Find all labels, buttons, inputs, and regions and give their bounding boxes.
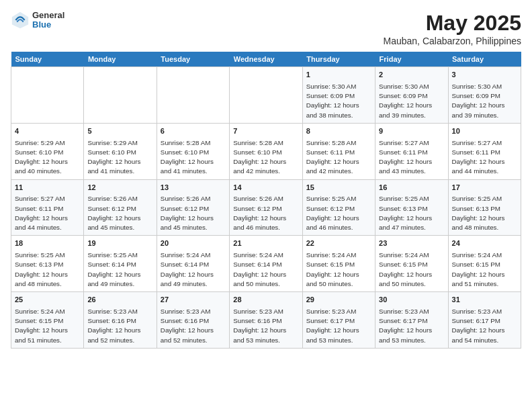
calendar-day: 11Sunrise: 5:27 AM Sunset: 6:11 PM Dayli…: [11, 179, 84, 236]
calendar-table: SundayMondayTuesdayWednesdayThursdayFrid…: [11, 52, 521, 349]
day-number: 3: [452, 70, 517, 81]
calendar-day: 22Sunrise: 5:24 AM Sunset: 6:15 PM Dayli…: [302, 236, 375, 292]
day-info: Sunrise: 5:26 AM Sunset: 6:12 PM Dayligh…: [87, 194, 152, 232]
day-info: Sunrise: 5:27 AM Sunset: 6:11 PM Dayligh…: [379, 138, 444, 177]
day-number: 26: [87, 295, 152, 306]
calendar-week-1: 1Sunrise: 5:30 AM Sunset: 6:09 PM Daylig…: [11, 67, 521, 124]
calendar-day: 3Sunrise: 5:30 AM Sunset: 6:09 PM Daylig…: [448, 67, 521, 124]
logo: General Blue: [11, 11, 64, 30]
day-info: Sunrise: 5:24 AM Sunset: 6:15 PM Dayligh…: [452, 250, 517, 289]
calendar-day: 4Sunrise: 5:29 AM Sunset: 6:10 PM Daylig…: [11, 123, 84, 179]
day-info: Sunrise: 5:28 AM Sunset: 6:10 PM Dayligh…: [161, 138, 226, 177]
weekday-header-tuesday: Tuesday: [157, 52, 229, 67]
day-number: 21: [233, 238, 298, 249]
day-info: Sunrise: 5:24 AM Sunset: 6:14 PM Dayligh…: [233, 250, 298, 289]
calendar-day: 21Sunrise: 5:24 AM Sunset: 6:14 PM Dayli…: [230, 236, 302, 292]
day-number: 27: [161, 295, 226, 306]
day-info: Sunrise: 5:23 AM Sunset: 6:16 PM Dayligh…: [161, 307, 226, 345]
day-number: 30: [379, 295, 444, 306]
day-info: Sunrise: 5:27 AM Sunset: 6:11 PM Dayligh…: [452, 138, 517, 177]
page-header: General Blue May 2025 Mauban, Calabarzon…: [11, 11, 521, 46]
calendar-day: 14Sunrise: 5:26 AM Sunset: 6:12 PM Dayli…: [230, 179, 302, 236]
day-info: Sunrise: 5:28 AM Sunset: 6:11 PM Dayligh…: [306, 138, 371, 177]
logo-line2: Blue: [32, 20, 64, 30]
day-number: 23: [379, 238, 444, 249]
day-info: Sunrise: 5:30 AM Sunset: 6:09 PM Dayligh…: [306, 82, 371, 120]
calendar-day: 19Sunrise: 5:25 AM Sunset: 6:14 PM Dayli…: [84, 236, 157, 292]
weekday-header-sunday: Sunday: [11, 52, 84, 67]
calendar-day: 8Sunrise: 5:28 AM Sunset: 6:11 PM Daylig…: [302, 123, 375, 179]
day-number: 18: [15, 238, 80, 249]
calendar-day: 6Sunrise: 5:28 AM Sunset: 6:10 PM Daylig…: [157, 123, 229, 179]
day-number: 20: [161, 238, 226, 249]
weekday-header-friday: Friday: [375, 52, 448, 67]
day-number: 25: [15, 295, 80, 306]
page-title: May 2025: [384, 11, 521, 36]
day-number: 13: [161, 183, 226, 193]
calendar-day: 5Sunrise: 5:29 AM Sunset: 6:10 PM Daylig…: [84, 123, 157, 179]
logo-text: General Blue: [32, 11, 64, 30]
calendar-day: 23Sunrise: 5:24 AM Sunset: 6:15 PM Dayli…: [375, 236, 448, 292]
day-info: Sunrise: 5:23 AM Sunset: 6:16 PM Dayligh…: [87, 307, 152, 345]
calendar-day: 28Sunrise: 5:23 AM Sunset: 6:16 PM Dayli…: [230, 292, 302, 349]
calendar-day: 29Sunrise: 5:23 AM Sunset: 6:17 PM Dayli…: [302, 292, 375, 349]
day-info: Sunrise: 5:25 AM Sunset: 6:13 PM Dayligh…: [452, 194, 517, 232]
day-info: Sunrise: 5:25 AM Sunset: 6:14 PM Dayligh…: [87, 250, 152, 289]
day-number: 4: [15, 126, 80, 137]
calendar-day: [84, 67, 157, 124]
day-info: Sunrise: 5:23 AM Sunset: 6:17 PM Dayligh…: [379, 307, 444, 345]
calendar-day: 30Sunrise: 5:23 AM Sunset: 6:17 PM Dayli…: [375, 292, 448, 349]
day-number: 28: [233, 295, 298, 306]
calendar-week-3: 11Sunrise: 5:27 AM Sunset: 6:11 PM Dayli…: [11, 179, 521, 236]
day-info: Sunrise: 5:25 AM Sunset: 6:13 PM Dayligh…: [379, 194, 444, 232]
calendar-day: [157, 67, 229, 124]
logo-icon: [11, 11, 30, 30]
day-info: Sunrise: 5:29 AM Sunset: 6:10 PM Dayligh…: [87, 138, 152, 177]
day-info: Sunrise: 5:26 AM Sunset: 6:12 PM Dayligh…: [233, 194, 298, 232]
weekday-header-row: SundayMondayTuesdayWednesdayThursdayFrid…: [11, 52, 521, 67]
calendar-day: 12Sunrise: 5:26 AM Sunset: 6:12 PM Dayli…: [84, 179, 157, 236]
calendar-day: [11, 67, 84, 124]
calendar-day: 27Sunrise: 5:23 AM Sunset: 6:16 PM Dayli…: [157, 292, 229, 349]
day-number: 7: [233, 126, 298, 137]
weekday-header-wednesday: Wednesday: [230, 52, 302, 67]
day-info: Sunrise: 5:25 AM Sunset: 6:12 PM Dayligh…: [306, 194, 371, 232]
day-number: 22: [306, 238, 371, 249]
logo-line1: General: [32, 11, 64, 20]
day-info: Sunrise: 5:28 AM Sunset: 6:10 PM Dayligh…: [233, 138, 298, 177]
calendar-day: 9Sunrise: 5:27 AM Sunset: 6:11 PM Daylig…: [375, 123, 448, 179]
day-number: 9: [379, 126, 444, 137]
day-number: 6: [161, 126, 226, 137]
day-info: Sunrise: 5:30 AM Sunset: 6:09 PM Dayligh…: [379, 82, 444, 120]
day-info: Sunrise: 5:25 AM Sunset: 6:13 PM Dayligh…: [15, 250, 80, 289]
day-number: 12: [87, 183, 152, 193]
day-info: Sunrise: 5:24 AM Sunset: 6:15 PM Dayligh…: [306, 250, 371, 289]
day-info: Sunrise: 5:27 AM Sunset: 6:11 PM Dayligh…: [15, 194, 80, 232]
calendar-day: 2Sunrise: 5:30 AM Sunset: 6:09 PM Daylig…: [375, 67, 448, 124]
day-number: 15: [306, 183, 371, 193]
day-number: 14: [233, 183, 298, 193]
day-info: Sunrise: 5:30 AM Sunset: 6:09 PM Dayligh…: [452, 82, 517, 120]
page-subtitle: Mauban, Calabarzon, Philippines: [384, 36, 521, 46]
day-info: Sunrise: 5:24 AM Sunset: 6:15 PM Dayligh…: [15, 307, 80, 345]
day-number: 29: [306, 295, 371, 306]
calendar-day: 18Sunrise: 5:25 AM Sunset: 6:13 PM Dayli…: [11, 236, 84, 292]
calendar-day: 13Sunrise: 5:26 AM Sunset: 6:12 PM Dayli…: [157, 179, 229, 236]
weekday-header-monday: Monday: [84, 52, 157, 67]
day-info: Sunrise: 5:23 AM Sunset: 6:16 PM Dayligh…: [233, 307, 298, 345]
calendar-week-4: 18Sunrise: 5:25 AM Sunset: 6:13 PM Dayli…: [11, 236, 521, 292]
day-info: Sunrise: 5:24 AM Sunset: 6:15 PM Dayligh…: [379, 250, 444, 289]
calendar-day: 20Sunrise: 5:24 AM Sunset: 6:14 PM Dayli…: [157, 236, 229, 292]
day-number: 2: [379, 70, 444, 81]
day-info: Sunrise: 5:23 AM Sunset: 6:17 PM Dayligh…: [306, 307, 371, 345]
calendar-day: 25Sunrise: 5:24 AM Sunset: 6:15 PM Dayli…: [11, 292, 84, 349]
day-number: 8: [306, 126, 371, 137]
calendar-day: 26Sunrise: 5:23 AM Sunset: 6:16 PM Dayli…: [84, 292, 157, 349]
day-number: 31: [452, 295, 517, 306]
calendar-day: 1Sunrise: 5:30 AM Sunset: 6:09 PM Daylig…: [302, 67, 375, 124]
calendar-day: 17Sunrise: 5:25 AM Sunset: 6:13 PM Dayli…: [448, 179, 521, 236]
day-info: Sunrise: 5:29 AM Sunset: 6:10 PM Dayligh…: [15, 138, 80, 177]
calendar-day: 16Sunrise: 5:25 AM Sunset: 6:13 PM Dayli…: [375, 179, 448, 236]
calendar-day: 24Sunrise: 5:24 AM Sunset: 6:15 PM Dayli…: [448, 236, 521, 292]
calendar-day: 10Sunrise: 5:27 AM Sunset: 6:11 PM Dayli…: [448, 123, 521, 179]
